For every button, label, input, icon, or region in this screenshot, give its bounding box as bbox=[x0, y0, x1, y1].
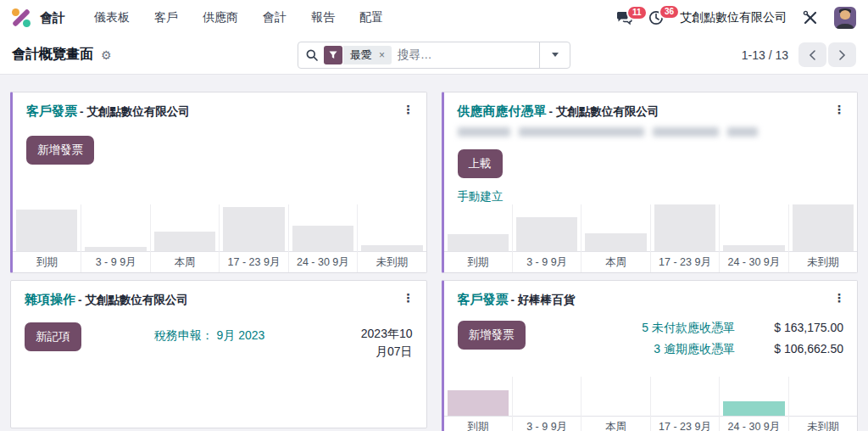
chevron-right-icon bbox=[838, 50, 846, 60]
page-title: 會計概覽畫面 bbox=[12, 46, 93, 64]
menu-item-configuration[interactable]: 配置 bbox=[359, 10, 383, 25]
avatar-body bbox=[837, 24, 854, 29]
new-invoice-button[interactable]: 新增發票 bbox=[26, 136, 94, 165]
kebab-menu-icon[interactable]: ⋮ bbox=[403, 104, 415, 115]
chart-column[interactable]: 到期 bbox=[444, 204, 512, 272]
upload-button[interactable]: 上載 bbox=[458, 149, 503, 178]
dashboard-graph: 到期3 - 9 9月本周17 - 23 9月24 - 30 9月未到期 bbox=[444, 204, 858, 272]
card-subtitle: - 艾創點數位有限公司 bbox=[80, 104, 190, 120]
user-avatar[interactable] bbox=[834, 7, 856, 29]
company-logo-icon[interactable] bbox=[12, 8, 31, 27]
search-bar[interactable]: 最愛 × 搜尋… bbox=[298, 42, 570, 69]
unpaid-receivables-link[interactable]: 5 未付款應收憑單 bbox=[642, 321, 735, 336]
chart-bar-area bbox=[651, 204, 719, 251]
chart-label: 17 - 23 9月 bbox=[220, 251, 287, 272]
tax-report-link[interactable]: 稅務申報： 9月 2023 bbox=[81, 328, 338, 344]
chart-bar[interactable] bbox=[16, 210, 77, 252]
chart-bar[interactable] bbox=[292, 226, 353, 251]
messages-button[interactable]: 11 bbox=[616, 11, 632, 25]
chart-bar-area bbox=[789, 377, 857, 416]
chart-bar-area bbox=[220, 204, 287, 251]
chart-bar-area bbox=[581, 204, 649, 251]
card-title-link[interactable]: 客戶發票 bbox=[458, 292, 509, 308]
gear-icon[interactable]: ⚙ bbox=[101, 48, 112, 62]
chart-bar[interactable] bbox=[448, 390, 509, 416]
kebab-menu-icon[interactable]: ⋮ bbox=[833, 104, 845, 115]
chart-bar[interactable] bbox=[361, 245, 422, 251]
chart-label: 本周 bbox=[151, 251, 219, 272]
chart-column[interactable]: 到期 bbox=[13, 204, 81, 272]
chart-column[interactable]: 17 - 23 9月 bbox=[219, 204, 287, 272]
menu-item-dashboard[interactable]: 儀表板 bbox=[94, 10, 130, 25]
chart-label: 24 - 30 9月 bbox=[720, 251, 787, 272]
chart-column[interactable]: 24 - 30 9月 bbox=[288, 204, 357, 272]
facet-remove-icon[interactable]: × bbox=[377, 49, 392, 61]
chart-bar[interactable] bbox=[516, 217, 577, 251]
chart-bar[interactable] bbox=[585, 233, 646, 251]
tools-icon[interactable] bbox=[803, 10, 818, 25]
kebab-menu-icon[interactable]: ⋮ bbox=[833, 292, 845, 304]
chart-column[interactable]: 本周 bbox=[150, 204, 219, 272]
pager-range[interactable]: 1-13 / 13 bbox=[742, 48, 788, 62]
menu-item-customers[interactable]: 客戶 bbox=[154, 10, 178, 25]
card-customer-invoices-retail: 客戶發票 - 好棒棒百貨 ⋮ 新增發票 5 未付款應收憑單 $ 163,175.… bbox=[442, 280, 859, 431]
blurred-segment bbox=[519, 127, 644, 137]
chart-column[interactable]: 未到期 bbox=[357, 204, 426, 272]
chart-bar[interactable] bbox=[793, 204, 854, 251]
logo-dot-teal bbox=[23, 20, 31, 27]
chart-label: 本周 bbox=[581, 416, 649, 431]
chart-bar[interactable] bbox=[154, 232, 215, 251]
logo-dot-yellow bbox=[12, 8, 19, 16]
new-entry-button[interactable]: 新記項 bbox=[25, 322, 81, 351]
kebab-menu-icon[interactable]: ⋮ bbox=[403, 292, 415, 304]
dashboard-graph: 到期3 - 9 9月本周17 - 23 9月24 - 30 9月未到期 bbox=[13, 204, 426, 272]
chart-column[interactable]: 到期 bbox=[444, 377, 512, 431]
breadcrumb: 會計概覽畫面 ⚙ bbox=[12, 46, 112, 64]
chart-column[interactable]: 3 - 9 9月 bbox=[512, 377, 581, 431]
chart-label: 24 - 30 9月 bbox=[289, 251, 357, 272]
chart-column[interactable]: 17 - 23 9月 bbox=[650, 377, 719, 431]
activities-button[interactable]: 36 bbox=[648, 10, 664, 25]
search-input-area[interactable]: 最愛 × 搜尋… bbox=[298, 46, 539, 64]
chart-bar[interactable] bbox=[448, 234, 509, 251]
pager-next-button[interactable] bbox=[828, 42, 856, 67]
search-placeholder[interactable]: 搜尋… bbox=[398, 48, 432, 63]
chart-column[interactable]: 24 - 30 9月 bbox=[719, 377, 787, 431]
menu-item-reporting[interactable]: 報告 bbox=[311, 10, 335, 25]
chart-bar[interactable] bbox=[85, 247, 146, 251]
new-invoice-button[interactable]: 新增發票 bbox=[458, 321, 526, 350]
create-manually-link[interactable]: 手動建立 bbox=[458, 189, 858, 204]
overdue-receivables-link[interactable]: 3 逾期應收憑單 bbox=[642, 342, 735, 357]
chart-bar-area bbox=[358, 204, 426, 251]
chart-bar-area bbox=[513, 204, 581, 251]
chart-column[interactable]: 17 - 23 9月 bbox=[650, 204, 719, 272]
card-vendor-bills: 供應商應付憑單 - 艾創點數位有限公司 ⋮ 上載 手動建立 到期3 - 9 9月… bbox=[442, 92, 859, 273]
chart-column[interactable]: 本周 bbox=[581, 204, 649, 272]
menu-item-vendors[interactable]: 供應商 bbox=[203, 10, 238, 25]
app-brand[interactable]: 會計 bbox=[12, 8, 65, 27]
card-title-link[interactable]: 雜項操作 bbox=[25, 292, 75, 308]
chart-bar-area bbox=[289, 204, 357, 251]
menu-item-accounting[interactable]: 會計 bbox=[263, 10, 287, 25]
app-name[interactable]: 會計 bbox=[40, 10, 65, 26]
pager-previous-button[interactable] bbox=[798, 42, 826, 67]
chart-bar[interactable] bbox=[723, 245, 784, 251]
card-title-link[interactable]: 客戶發票 bbox=[26, 104, 77, 120]
chart-column[interactable]: 未到期 bbox=[788, 204, 857, 272]
chart-column[interactable]: 本周 bbox=[581, 377, 649, 431]
chart-bar-area bbox=[720, 377, 787, 416]
search-icon bbox=[306, 49, 318, 61]
date-line: 月07日 bbox=[338, 343, 413, 361]
chart-label: 到期 bbox=[444, 251, 512, 272]
chart-column[interactable]: 3 - 9 9月 bbox=[512, 204, 581, 272]
avatar-face bbox=[840, 10, 850, 20]
chart-bar[interactable] bbox=[223, 207, 284, 251]
company-switcher[interactable]: 艾創點數位有限公司 bbox=[680, 10, 787, 25]
chart-column[interactable]: 未到期 bbox=[788, 377, 857, 431]
chart-bar[interactable] bbox=[723, 401, 784, 416]
chart-column[interactable]: 24 - 30 9月 bbox=[719, 204, 787, 272]
search-options-toggle[interactable] bbox=[539, 42, 570, 68]
chart-column[interactable]: 3 - 9 9月 bbox=[81, 204, 149, 272]
card-title-link[interactable]: 供應商應付憑單 bbox=[458, 104, 547, 120]
chart-bar[interactable] bbox=[654, 204, 715, 251]
